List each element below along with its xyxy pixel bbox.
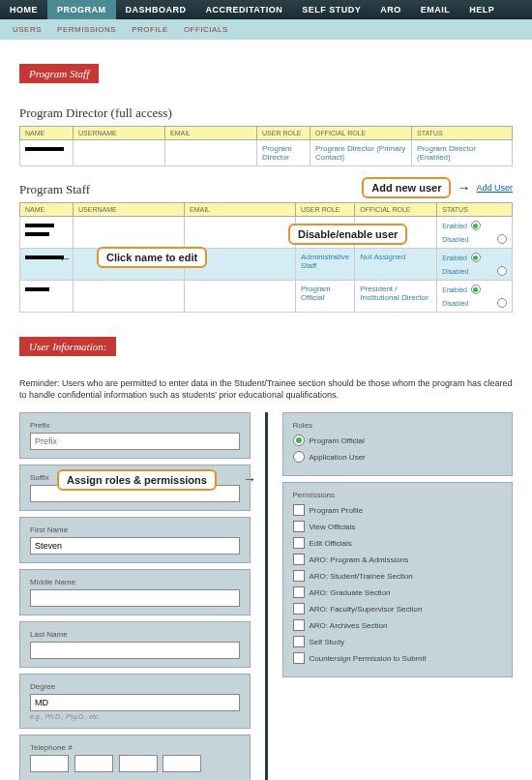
reminder-text: Reminder: Users who are permitted to ent… bbox=[19, 378, 513, 401]
subnav-permissions[interactable]: PERMISSIONS bbox=[49, 21, 124, 38]
th-name: NAME bbox=[20, 127, 74, 140]
column-separator bbox=[265, 412, 268, 780]
nav-aro[interactable]: ARO bbox=[370, 0, 411, 19]
middlename-input[interactable] bbox=[30, 589, 240, 607]
tel-p1[interactable] bbox=[30, 755, 69, 772]
checkbox-icon bbox=[293, 619, 305, 631]
th-username: USERNAME bbox=[74, 203, 185, 217]
checkbox-icon bbox=[293, 636, 305, 647]
lastname-label: Last Name bbox=[30, 630, 240, 639]
permission-item[interactable]: Countersign Permission to Submit bbox=[293, 652, 503, 664]
cell-status: Program Director (Enabled) bbox=[412, 140, 513, 166]
nav-help[interactable]: HELP bbox=[459, 0, 504, 19]
arrow-icon: ← bbox=[58, 251, 72, 266]
arrow-icon: → bbox=[457, 180, 470, 195]
user-info-badge: User Information: bbox=[19, 337, 116, 356]
th-status: STATUS bbox=[412, 127, 513, 140]
table-row[interactable]: Program Official President / Institution… bbox=[20, 281, 513, 313]
callout-disable-user: Disable/enable user bbox=[288, 224, 407, 245]
nav-dashboard[interactable]: DASHBOARD bbox=[116, 0, 196, 19]
callout-click-name: Click name to edit bbox=[97, 247, 207, 268]
top-nav: HOME PROGRAM DASHBOARD ACCREDITATION SEL… bbox=[0, 0, 532, 19]
tel-p3[interactable] bbox=[119, 755, 158, 772]
permission-item[interactable]: View Officials bbox=[293, 521, 503, 532]
cell-userrole: Program Director bbox=[257, 140, 310, 166]
disable-radio[interactable] bbox=[497, 298, 507, 308]
prefix-input[interactable] bbox=[30, 433, 240, 450]
enable-radio[interactable] bbox=[471, 221, 481, 230]
add-user-link[interactable]: Add User bbox=[476, 183, 513, 193]
disable-radio[interactable] bbox=[497, 266, 507, 276]
prefix-label: Prefix bbox=[30, 421, 240, 430]
th-name: NAME bbox=[20, 203, 74, 217]
tel-p4[interactable] bbox=[163, 755, 201, 772]
th-status: STATUS bbox=[437, 203, 513, 217]
th-userrole: USER ROLE bbox=[257, 127, 310, 140]
permission-item[interactable]: ARO: Archives Section bbox=[293, 619, 503, 631]
degree-input[interactable] bbox=[30, 694, 240, 711]
table-row[interactable]: EnabledDisabled bbox=[20, 217, 513, 249]
roles-heading: Roles bbox=[293, 421, 503, 430]
nav-program[interactable]: PROGRAM bbox=[47, 0, 116, 19]
lastname-input[interactable] bbox=[30, 642, 240, 659]
permission-item[interactable]: ARO: Student/Trainee Section bbox=[293, 570, 503, 582]
th-username: USERNAME bbox=[74, 127, 165, 140]
nav-accreditation[interactable]: ACCREDITATION bbox=[196, 0, 293, 19]
cell-officialrole: Program Director (Primary Contact) bbox=[310, 140, 412, 166]
table-row[interactable]: Program Director Program Director (Prima… bbox=[20, 140, 513, 166]
enable-radio[interactable] bbox=[471, 253, 481, 262]
telephone-label: Telephone # bbox=[30, 743, 240, 752]
th-email: EMAIL bbox=[165, 127, 257, 140]
checkbox-icon bbox=[293, 554, 305, 565]
staff-table: NAME USERNAME EMAIL USER ROLE OFFICIAL R… bbox=[19, 202, 513, 313]
checkbox-icon bbox=[293, 521, 305, 532]
checkbox-icon bbox=[293, 586, 305, 598]
tel-p2[interactable] bbox=[74, 755, 113, 772]
enable-radio[interactable] bbox=[471, 285, 481, 294]
th-email: EMAIL bbox=[185, 203, 296, 217]
permission-item[interactable]: Edit Officials bbox=[293, 537, 503, 549]
th-officialrole: OFFICIAL ROLE bbox=[355, 203, 437, 217]
role-label: Application User bbox=[310, 453, 366, 462]
nav-self-study[interactable]: SELF STUDY bbox=[292, 0, 370, 19]
role-option[interactable]: Program Official bbox=[293, 435, 503, 446]
checkbox-icon bbox=[293, 570, 305, 582]
nav-home[interactable]: HOME bbox=[0, 0, 47, 19]
permission-item[interactable]: ARO: Faculty/Supervisor Section bbox=[293, 603, 503, 615]
table-row[interactable]: Administrative Staff Not Assigned Enable… bbox=[20, 249, 513, 281]
form-left-col: Prefix Suffix Assign roles & permissions… bbox=[19, 412, 251, 780]
th-officialrole: OFFICIAL ROLE bbox=[310, 127, 412, 140]
firstname-label: First Name bbox=[30, 525, 240, 534]
permission-item[interactable]: ARO: Graduate Section bbox=[293, 586, 503, 598]
firstname-input[interactable] bbox=[30, 537, 240, 555]
callout-add-user: Add new user bbox=[362, 177, 451, 198]
sub-nav: USERS PERMISSIONS PROFILE OFFICIALS bbox=[0, 19, 532, 40]
checkbox-icon bbox=[293, 652, 305, 664]
page-badge: Program Staff bbox=[19, 64, 99, 83]
middlename-label: Middle Name bbox=[30, 578, 240, 586]
checkbox-icon bbox=[293, 537, 305, 549]
radio-icon bbox=[293, 451, 305, 463]
subnav-officials[interactable]: OFFICIALS bbox=[176, 21, 236, 38]
role-label: Program Official bbox=[310, 436, 365, 445]
arrow-icon: → bbox=[243, 471, 256, 487]
role-option[interactable]: Application User bbox=[293, 451, 503, 463]
director-table: NAME USERNAME EMAIL USER ROLE OFFICIAL R… bbox=[19, 126, 513, 166]
permission-item[interactable]: Program Profile bbox=[293, 504, 503, 516]
nav-email[interactable]: EMAIL bbox=[411, 0, 460, 19]
degree-label: Degree bbox=[30, 682, 240, 691]
degree-hint: e.g., Ph.D., Psy.D., etc. bbox=[30, 713, 240, 720]
director-section-title: Program Director (full access) bbox=[19, 105, 513, 121]
callout-assign-roles: Assign roles & permissions bbox=[57, 469, 217, 491]
subnav-profile[interactable]: PROFILE bbox=[124, 21, 176, 38]
permissions-heading: Permissions bbox=[293, 491, 503, 499]
disable-radio[interactable] bbox=[497, 234, 507, 244]
permission-item[interactable]: Self Study bbox=[293, 636, 503, 647]
checkbox-icon bbox=[293, 603, 305, 615]
checkbox-icon bbox=[293, 504, 305, 516]
form-right-col: Roles Program Official Application User … bbox=[282, 412, 514, 780]
radio-icon bbox=[293, 435, 305, 446]
permission-item[interactable]: ARO: Program & Admissions bbox=[293, 554, 503, 565]
th-userrole: USER ROLE bbox=[296, 203, 355, 217]
subnav-users[interactable]: USERS bbox=[5, 21, 49, 38]
